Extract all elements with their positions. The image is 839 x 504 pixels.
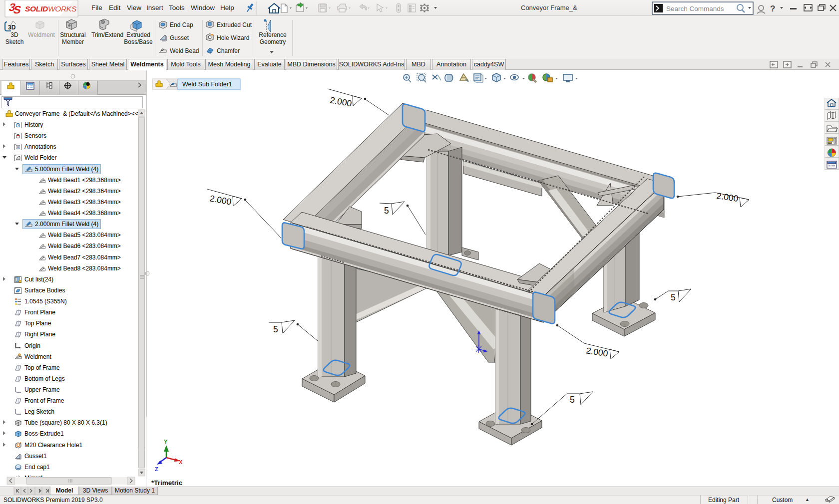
svg-text:Search Commands: Search Commands — [666, 5, 724, 12]
svg-text:?: ? — [770, 4, 775, 13]
svg-text:Weld Sub Folder1: Weld Sub Folder1 — [182, 81, 232, 88]
svg-text:SOLIDWORKS: SOLIDWORKS — [25, 4, 77, 13]
